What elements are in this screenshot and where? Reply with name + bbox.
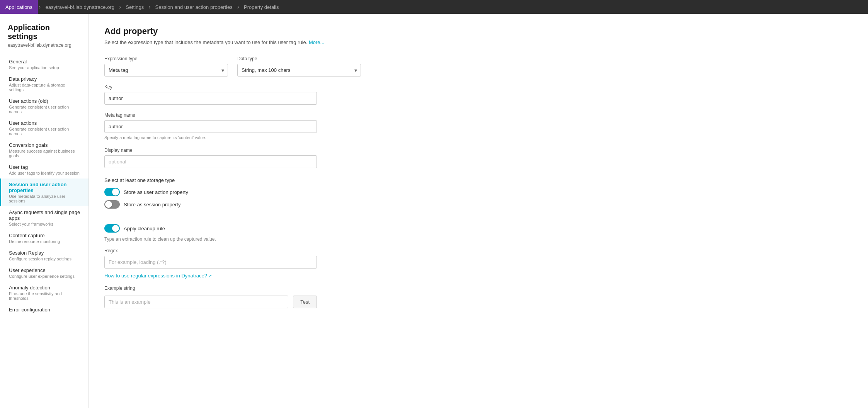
breadcrumb-item-settings[interactable]: Settings xyxy=(122,0,148,14)
meta-tag-name-label: Meta tag name xyxy=(104,112,317,118)
breadcrumb-sep-1: › xyxy=(38,3,41,10)
sidebar: Application settings easytravel-bf.lab.d… xyxy=(0,14,89,408)
cleanup-toggle[interactable] xyxy=(104,224,120,233)
sidebar-item-user-actions[interactable]: User actions Generate consistent user ac… xyxy=(0,117,89,139)
breadcrumb-sep-2: › xyxy=(118,3,122,10)
sidebar-item-session-props[interactable]: Session and user action properties Use m… xyxy=(0,178,89,206)
sidebar-app-title: Application settings xyxy=(0,23,89,42)
regex-help-link[interactable]: How to use regular expressions in Dynatr… xyxy=(104,273,212,279)
expression-type-select[interactable]: Meta tag xyxy=(104,64,228,76)
cleanup-section: Apply cleanup rule Type an extraction ru… xyxy=(104,218,853,308)
sidebar-item-anomaly-detection[interactable]: Anomaly detection Fine-tune the sensitiv… xyxy=(0,282,89,304)
sidebar-item-content-capture[interactable]: Content capture Define resource monitori… xyxy=(0,230,89,247)
storage-section-label: Select at least one storage type xyxy=(104,177,853,183)
store-session-label: Store as session property xyxy=(124,202,180,207)
breadcrumb-item-app-name[interactable]: easytravel-bf.lab.dynatrace.org xyxy=(41,0,118,14)
sidebar-item-session-replay[interactable]: Session Replay Configure session replay … xyxy=(0,247,89,264)
expression-type-label: Expression type xyxy=(104,56,228,61)
sidebar-item-user-actions-old[interactable]: User actions (old) Generate consistent u… xyxy=(0,95,89,117)
page-description: Select the expression type that includes… xyxy=(104,39,853,45)
breadcrumb-item-session-props[interactable]: Session and user action properties xyxy=(151,0,237,14)
breadcrumb: Applications › easytravel-bf.lab.dynatra… xyxy=(0,0,868,14)
breadcrumb-item-applications[interactable]: Applications xyxy=(0,0,38,14)
sidebar-item-conversion-goals[interactable]: Conversion goals Measure success against… xyxy=(0,139,89,161)
display-name-input[interactable] xyxy=(104,155,317,168)
sidebar-item-error-configuration[interactable]: Error configuration xyxy=(0,304,89,316)
breadcrumb-sep-4: › xyxy=(237,3,240,10)
test-button[interactable]: Test xyxy=(293,296,317,308)
data-type-select[interactable]: String, max 100 chars xyxy=(237,64,361,76)
store-user-action-toggle[interactable] xyxy=(104,188,120,196)
sidebar-item-data-privacy[interactable]: Data privacy Adjust data-capture & stora… xyxy=(0,73,89,95)
data-type-label: Data type xyxy=(237,56,361,61)
sidebar-item-async-requests[interactable]: Async requests and single page apps Sele… xyxy=(0,206,89,230)
main-content: Add property Select the expression type … xyxy=(89,14,868,408)
regex-label: Regex xyxy=(104,248,317,253)
example-string-label: Example string xyxy=(104,286,317,291)
sidebar-app-subtitle: easytravel-bf.lab.dynatrace.org xyxy=(0,42,89,56)
sidebar-item-user-tag[interactable]: User tag Add user tags to identify your … xyxy=(0,161,89,178)
key-label: Key xyxy=(104,84,317,90)
store-user-action-label: Store as user action property xyxy=(124,189,188,195)
regex-input[interactable] xyxy=(104,256,317,269)
meta-tag-name-input[interactable] xyxy=(104,120,317,133)
key-input[interactable] xyxy=(104,92,317,105)
sidebar-item-user-experience[interactable]: User experience Configure user experienc… xyxy=(0,264,89,282)
display-name-label: Display name xyxy=(104,148,317,153)
more-link[interactable]: More... xyxy=(309,39,324,45)
meta-tag-hint: Specify a meta tag name to capture its '… xyxy=(104,135,853,140)
store-session-toggle[interactable] xyxy=(104,200,120,209)
breadcrumb-sep-3: › xyxy=(148,3,151,10)
cleanup-toggle-label: Apply cleanup rule xyxy=(124,226,165,231)
cleanup-desc: Type an extraction rule to clean up the … xyxy=(104,236,853,242)
sidebar-item-general[interactable]: General See your application setup xyxy=(0,56,89,73)
example-string-input[interactable] xyxy=(104,296,288,308)
page-title: Add property xyxy=(104,26,853,36)
breadcrumb-item-property-details[interactable]: Property details xyxy=(240,0,283,14)
